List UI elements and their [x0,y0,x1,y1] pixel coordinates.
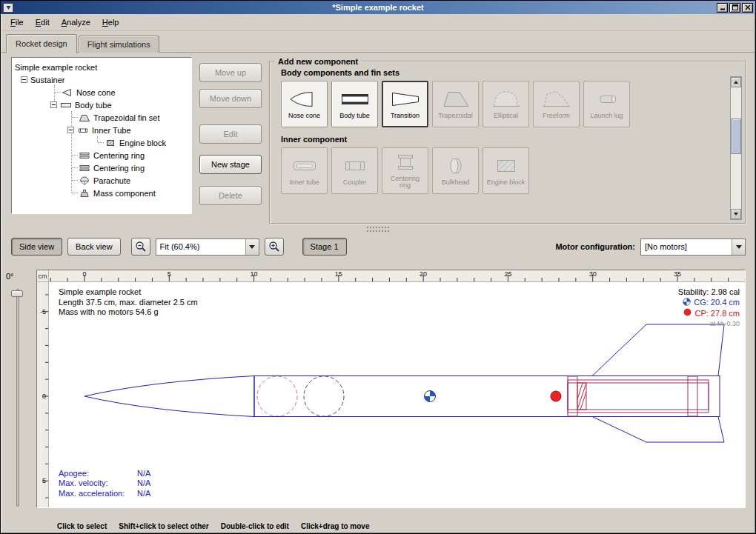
tree-item-parachute[interactable]: Parachute [12,174,191,187]
split-pane-divider[interactable] [1,224,755,234]
vertical-ruler: -505 [37,282,49,507]
scroll-down-arrow-icon[interactable] [731,209,741,219]
ruler-tick-label: 0 [82,270,86,278]
ruler-tick-label: 0 [42,393,46,400]
rocket-component-tree[interactable]: Simple example rocketSustainerNose coneB… [11,57,192,214]
parachute-outline[interactable] [257,376,297,416]
component-button-engine-block: Engine block [483,147,529,194]
freeform-fin-icon [540,89,573,112]
component-button-label: Centering ring [385,176,426,190]
component-button-label: Bulkhead [442,179,470,187]
component-button-nose-cone[interactable]: Nose cone [281,81,328,127]
design-canvas[interactable]: Simple example rocket Length 37.5 cm, ma… [49,282,745,507]
tree-item-label: Trapezoidal fin set [93,113,159,122]
centering-ring-fore-outline[interactable] [568,376,577,416]
motor-configuration-arrow-icon[interactable] [732,239,745,255]
menu-file[interactable]: File [4,16,30,29]
rotation-slider-handle[interactable] [11,290,23,297]
motor-configuration-value: [No motors] [641,242,732,251]
tree-item-nose-cone[interactable]: Nose cone [12,86,191,99]
zoom-out-button[interactable] [131,238,150,256]
zoom-in-button[interactable] [265,238,284,256]
tree-item-label: Engine block [119,138,166,147]
stage-1-toggle[interactable]: Stage 1 [302,238,347,256]
zoom-value: Fit (60.4%) [156,242,245,251]
scrollbar-thumb[interactable] [731,119,741,154]
zoom-select-arrow-icon[interactable] [245,239,259,255]
fin-top-outline[interactable] [592,324,724,376]
mach-condition: at M=0.30 [678,319,740,328]
component-button-label: Nose cone [288,113,320,120]
window-menu-icon[interactable] [3,3,13,13]
max-velocity-value: N/A [137,478,150,489]
tree-item-centering-ring[interactable]: Centering ring [12,161,191,174]
component-button-trapezoidal: Trapezoidal [432,81,479,127]
motor-configuration-select[interactable]: [No motors] [640,238,746,256]
component-panel-scrollbar[interactable] [730,76,742,220]
menubar: FileEditAnalyzeHelp [1,14,755,31]
tree-item-body-tube[interactable]: Body tube [12,99,191,111]
tree-item-inner-tube[interactable]: Inner Tube [12,124,191,136]
side-view-button[interactable]: Side view [11,238,62,256]
cp-symbol [551,391,561,401]
tree-item-label: Inner Tube [92,126,131,135]
elliptical-fin-icon [490,89,523,112]
cg-symbol [425,391,436,402]
ruler-tick-label: 35 [674,270,681,278]
component-button-bulkhead: Bulkhead [432,147,479,194]
tree-item-engine-block[interactable]: Engine block [12,136,191,149]
tree-item-label: Mass component [93,189,156,198]
mass-component-outline[interactable] [304,376,344,416]
tree-item-simple-example-rocket[interactable]: Simple example rocket [12,61,191,73]
zoom-select[interactable]: Fit (60.4%) [156,238,259,256]
close-button[interactable] [742,3,753,13]
body-tube-outline[interactable] [254,376,720,417]
magnifier-minus-icon [135,241,147,253]
new-stage-button[interactable]: New stage [199,155,262,174]
application-window: *Simple example rocket FileEditAnalyzeHe… [0,0,756,534]
inner-component-section-label: Inner component [281,135,745,144]
fin-bottom-outline[interactable] [592,417,724,443]
maximize-button[interactable] [729,3,740,13]
ruler-tick-label: 15 [335,270,342,278]
rotation-slider[interactable] [16,289,19,507]
inner-component-buttons: Inner tubeCouplerCentering ringBulkheadE… [281,147,745,194]
ruler-tick-label: 5 [42,477,46,484]
component-button-transition[interactable]: Transition [382,81,428,127]
engine-block-outline[interactable] [577,383,586,410]
view-toolbar: Side view Back view Fit (60.4%) Stage 1 … [1,234,755,259]
component-button-label: Engine block [487,179,525,187]
menu-edit[interactable]: Edit [30,16,56,29]
tree-item-centering-ring[interactable]: Centering ring [12,149,191,161]
ruler-tick-label: -5 [40,307,46,315]
centering-ring-aft-outline[interactable] [688,376,697,416]
scroll-up-arrow-icon[interactable] [731,77,741,87]
apogee-value: N/A [137,469,150,479]
nose-cone-outline[interactable] [84,376,254,417]
tree-item-label: Nose cone [76,88,116,97]
design-view[interactable]: cm 05101520253035 -505 [36,270,746,508]
transition-icon [389,89,422,112]
tree-expand-handle-icon[interactable] [21,76,27,83]
minimize-button[interactable] [717,3,728,13]
back-view-button[interactable]: Back view [67,238,121,256]
tree-item-sustainer[interactable]: Sustainer [12,73,191,86]
tree-item-trapezoidal-fin-set[interactable]: Trapezoidal fin set [12,111,191,124]
edit-button: Edit [199,124,262,144]
tree-expand-handle-icon[interactable] [67,127,74,133]
horizontal-ruler: 05101520253035 [49,270,745,282]
component-button-body-tube[interactable]: Body tube [331,81,378,127]
engine-block-icon [105,137,116,149]
centering-ring-icon [79,162,90,174]
tree-item-mass-component[interactable]: Mass component [12,187,191,199]
titlebar[interactable]: *Simple example rocket [1,1,755,14]
motor-configuration-label: Motor configuration: [555,242,635,251]
tab-flight-simulations[interactable]: Flight simulations [79,36,159,53]
design-canvas-area: 0° cm 05101520253035 -505 [1,259,755,518]
menu-analyze[interactable]: Analyze [56,16,96,29]
status-hint: Double-click to edit [221,522,289,530]
tree-expand-handle-icon[interactable] [50,101,57,108]
ruler-tick-label: 5 [168,270,171,278]
menu-help[interactable]: Help [96,16,125,29]
tab-rocket-design[interactable]: Rocket design [6,34,77,53]
